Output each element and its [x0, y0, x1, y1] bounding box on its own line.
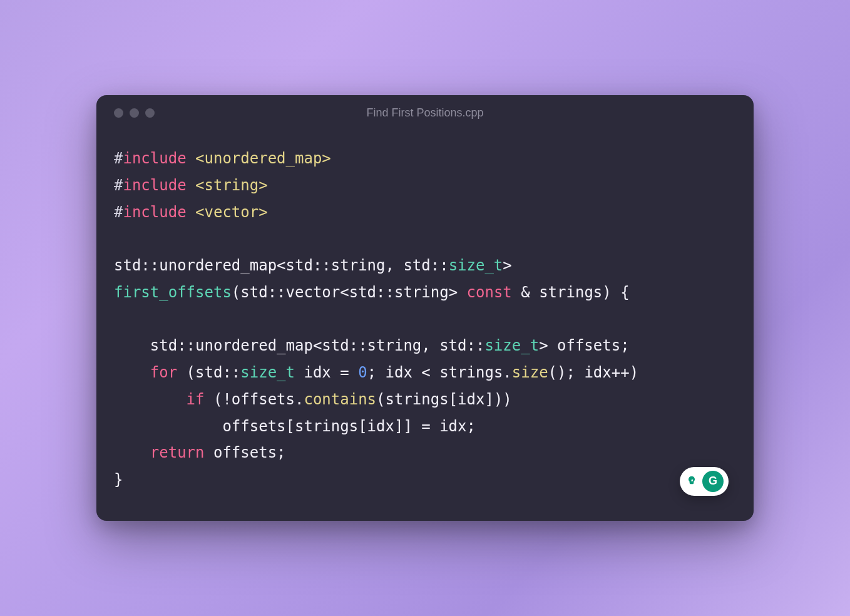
code-token: include	[123, 177, 186, 194]
code-token: offsets[strings[idx]] = idx;	[114, 418, 476, 435]
code-token: size	[512, 364, 548, 381]
code-token: }	[114, 471, 123, 488]
code-token: size_t	[449, 257, 503, 274]
window-titlebar: Find First Positions.cpp	[96, 95, 754, 130]
code-token	[114, 391, 187, 408]
code-token: (std::	[177, 364, 240, 381]
code-token: (strings[idx]))	[376, 391, 512, 408]
code-token: if	[187, 391, 205, 408]
code-token: include	[123, 150, 186, 167]
code-token: (); idx++)	[548, 364, 639, 381]
code-token: ; idx < strings.	[367, 364, 512, 381]
code-token: (std::vector<std::string>	[232, 284, 467, 301]
code-token: <unordered_map>	[195, 150, 331, 167]
close-button[interactable]	[114, 108, 123, 118]
code-token: first_offsets	[114, 284, 232, 301]
code-token: > offsets;	[539, 337, 630, 354]
code-token: & strings) {	[512, 284, 630, 301]
code-token: const	[467, 284, 512, 301]
code-token: #	[114, 177, 123, 194]
code-token: >	[503, 257, 511, 274]
traffic-lights	[114, 108, 155, 118]
grammarly-letter: G	[709, 475, 717, 488]
code-token	[187, 177, 195, 194]
minimize-button[interactable]	[130, 108, 139, 118]
code-token: include	[123, 203, 186, 221]
lightbulb-icon	[685, 475, 699, 488]
code-token: return	[150, 444, 205, 461]
code-token: offsets;	[205, 444, 286, 461]
code-token: size_t	[484, 337, 539, 354]
code-token	[114, 364, 150, 381]
code-token: contains	[304, 391, 376, 408]
grammarly-logo-icon: G	[702, 471, 724, 492]
code-token: std::unordered_map<std::string, std::	[114, 257, 449, 274]
code-token	[114, 444, 150, 461]
code-content[interactable]: #include <unordered_map> #include <strin…	[96, 130, 754, 520]
grammarly-widget[interactable]: G	[680, 467, 729, 496]
code-token: #	[114, 150, 123, 167]
code-token: std::unordered_map<std::string, std::	[114, 337, 484, 354]
maximize-button[interactable]	[145, 108, 155, 118]
code-token: (!offsets.	[205, 391, 304, 408]
code-token	[187, 150, 195, 167]
code-token: 0	[358, 364, 367, 381]
code-token: #	[114, 203, 123, 221]
code-token: size_t	[240, 364, 295, 381]
window-title: Find First Positions.cpp	[96, 106, 754, 120]
code-token: <vector>	[195, 203, 268, 221]
code-token	[187, 203, 195, 221]
code-editor-window: Find First Positions.cpp #include <unord…	[96, 95, 754, 520]
code-token: <string>	[195, 177, 268, 194]
code-token: idx =	[295, 364, 358, 381]
code-token: for	[150, 364, 177, 381]
